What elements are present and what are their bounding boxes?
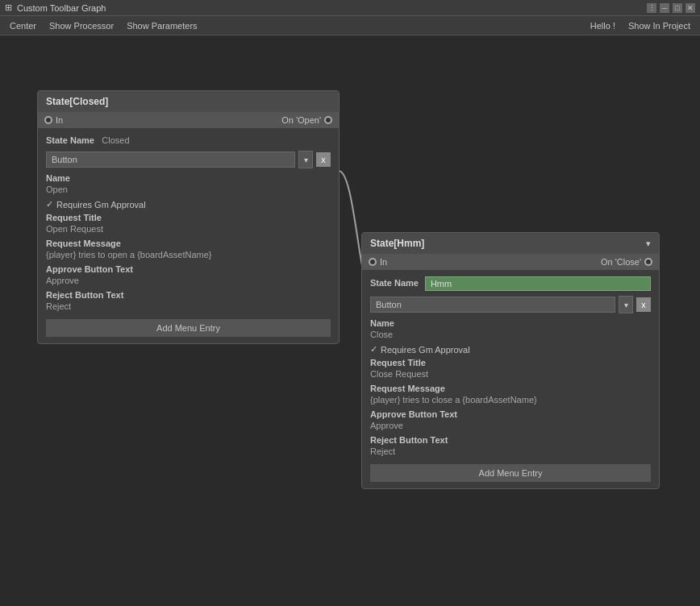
button-selector-closed[interactable]: Button bbox=[46, 152, 295, 168]
dropdown-arrow-closed: ▾ bbox=[298, 151, 313, 168]
approve-text-value-hmm: Approve bbox=[370, 421, 651, 430]
approve-text-row-closed: Approve Button Text Approve bbox=[46, 264, 331, 285]
toolbar: Center Show Processor Show Parameters He… bbox=[0, 16, 700, 35]
state-name-row-closed: State Name Closed bbox=[46, 135, 331, 146]
selector-close-closed[interactable]: x bbox=[316, 152, 331, 167]
maximize-btn[interactable]: □ bbox=[673, 3, 682, 13]
add-menu-entry-hmm[interactable]: Add Menu Entry bbox=[370, 464, 651, 482]
close-window-btn[interactable]: ✕ bbox=[685, 3, 695, 13]
request-message-label-closed: Request Message bbox=[46, 239, 331, 248]
window-controls: ⋮ ─ □ ✕ bbox=[647, 3, 695, 13]
request-message-row-hmm: Request Message {player} tries to close … bbox=[370, 384, 651, 405]
show-in-project-button[interactable]: Show In Project bbox=[622, 19, 697, 32]
request-message-label-hmm: Request Message bbox=[370, 384, 651, 393]
approve-text-value-closed: Approve bbox=[46, 276, 331, 285]
show-processor-button[interactable]: Show Processor bbox=[43, 16, 120, 35]
request-title-row-closed: Request Title Open Request bbox=[46, 213, 331, 234]
node-closed-title: State[Closed] bbox=[46, 96, 108, 107]
port-out-label-hmm: On 'Close' bbox=[601, 257, 641, 267]
reject-text-row-hmm: Reject Button Text Reject bbox=[370, 435, 651, 456]
port-in-dot-hmm bbox=[369, 258, 377, 266]
node-closed-header: State[Closed] bbox=[38, 91, 339, 112]
state-name-row-hmm: State Name bbox=[370, 276, 651, 291]
checkmark-icon-closed: ✓ bbox=[46, 199, 53, 210]
port-out-hmm: On 'Close' bbox=[601, 257, 652, 267]
requires-label-hmm: Requires Gm Approval bbox=[381, 345, 470, 355]
add-menu-entry-closed[interactable]: Add Menu Entry bbox=[46, 319, 331, 337]
port-out-label-closed: On 'Open' bbox=[281, 115, 321, 125]
state-name-label-hmm: State Name bbox=[370, 278, 419, 288]
name-value-hmm: Close bbox=[370, 330, 651, 339]
node-hmm-ports: In On 'Close' bbox=[362, 254, 659, 270]
requires-row-hmm: ✓ Requires Gm Approval bbox=[370, 344, 651, 355]
name-row-hmm: Name Close bbox=[370, 318, 651, 339]
node-hmm-header: State[Hmm] ▾ bbox=[362, 233, 659, 254]
approve-text-label-closed: Approve Button Text bbox=[46, 264, 331, 274]
name-value-closed: Open bbox=[46, 185, 331, 194]
node-hmm-body: State Name Button ▾ x Name Close ✓ Requi… bbox=[362, 270, 659, 488]
reject-text-row-closed: Reject Button Text Reject bbox=[46, 290, 331, 311]
requires-row-closed: ✓ Requires Gm Approval bbox=[46, 199, 331, 210]
port-out-closed: On 'Open' bbox=[281, 115, 332, 125]
title-bar: ⊞ Custom Toolbar Graph ⋮ ─ □ ✕ bbox=[0, 0, 700, 16]
show-parameters-button[interactable]: Show Parameters bbox=[120, 16, 203, 35]
minimize-btn[interactable]: ─ bbox=[660, 3, 669, 13]
port-in-dot-closed bbox=[44, 116, 52, 124]
reject-text-label-closed: Reject Button Text bbox=[46, 290, 331, 300]
request-title-label-hmm: Request Title bbox=[370, 358, 651, 367]
center-button[interactable]: Center bbox=[3, 16, 43, 35]
name-row-closed: Name Open bbox=[46, 173, 331, 194]
button-selector-hmm[interactable]: Button bbox=[370, 297, 615, 313]
node-hmm: State[Hmm] ▾ In On 'Close' State Name bbox=[361, 232, 660, 489]
port-out-dot-closed bbox=[324, 116, 332, 124]
request-title-row-hmm: Request Title Close Request bbox=[370, 358, 651, 379]
window-title: Custom Toolbar Graph bbox=[17, 3, 106, 13]
dropdown-arrow-hmm: ▾ bbox=[619, 296, 633, 313]
canvas-area: State[Closed] In On 'Open' State Name Cl… bbox=[0, 35, 700, 606]
node-closed-ports: In On 'Open' bbox=[38, 112, 339, 128]
node-closed-body: State Name Closed Button ▾ x Name Open ✓… bbox=[38, 128, 339, 343]
app-icon: ⊞ bbox=[5, 2, 12, 13]
reject-text-label-hmm: Reject Button Text bbox=[370, 435, 651, 445]
state-name-label-closed: State Name bbox=[46, 135, 94, 145]
selector-row-closed: Button ▾ x bbox=[46, 151, 331, 168]
node-hmm-dropdown-btn[interactable]: ▾ bbox=[646, 239, 651, 249]
port-in-label-hmm: In bbox=[380, 257, 387, 267]
port-in-label-closed: In bbox=[56, 115, 63, 125]
name-label-closed: Name bbox=[46, 173, 331, 183]
request-title-value-closed: Open Request bbox=[46, 224, 331, 234]
port-out-dot-hmm bbox=[644, 258, 652, 266]
port-in-closed: In bbox=[44, 115, 63, 125]
port-in-hmm: In bbox=[369, 257, 387, 267]
hello-button[interactable]: Hello ! bbox=[584, 19, 622, 32]
requires-label-closed: Requires Gm Approval bbox=[56, 200, 146, 210]
reject-text-value-hmm: Reject bbox=[370, 446, 651, 456]
selector-row-hmm: Button ▾ x bbox=[370, 296, 651, 313]
approve-text-label-hmm: Approve Button Text bbox=[370, 409, 651, 419]
node-hmm-title: State[Hmm] bbox=[370, 238, 424, 249]
approve-text-row-hmm: Approve Button Text Approve bbox=[370, 409, 651, 430]
request-message-value-closed: {player} tries to open a {boardAssetName… bbox=[46, 250, 331, 259]
checkmark-icon-hmm: ✓ bbox=[370, 344, 377, 355]
reject-text-value-closed: Reject bbox=[46, 301, 331, 311]
state-name-input-hmm[interactable] bbox=[425, 276, 651, 291]
selector-close-hmm[interactable]: x bbox=[636, 297, 651, 312]
request-title-label-closed: Request Title bbox=[46, 213, 331, 222]
node-closed: State[Closed] In On 'Open' State Name Cl… bbox=[37, 90, 340, 344]
state-name-value-closed: Closed bbox=[102, 135, 129, 145]
request-message-row-closed: Request Message {player} tries to open a… bbox=[46, 239, 331, 259]
request-title-value-hmm: Close Request bbox=[370, 369, 651, 379]
request-message-value-hmm: {player} tries to close a {boardAssetNam… bbox=[370, 395, 651, 405]
menu-dots-btn[interactable]: ⋮ bbox=[647, 3, 656, 13]
name-label-hmm: Name bbox=[370, 318, 651, 328]
